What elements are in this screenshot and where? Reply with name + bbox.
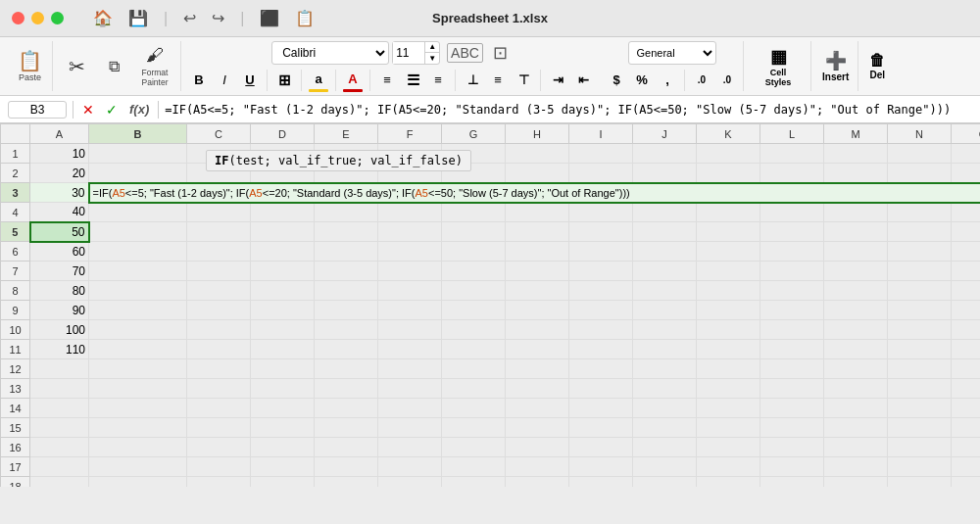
merge-cells-button[interactable]: ⊡ <box>490 42 511 64</box>
cell-styles-button[interactable]: ▦ Cell Styles <box>754 45 803 88</box>
fill-color-button[interactable]: a <box>307 69 330 92</box>
col-header-o[interactable]: O <box>952 124 981 144</box>
sheet-scroll-container[interactable]: A B C D E F G H I J K L M N O <box>0 123 980 487</box>
borders-button[interactable]: ⊞ <box>272 69 296 92</box>
font-size-input[interactable] <box>393 42 424 64</box>
close-button[interactable] <box>12 12 24 24</box>
cell-j2[interactable] <box>633 164 697 183</box>
cell-f4[interactable] <box>378 203 442 222</box>
cell-c5[interactable] <box>187 222 251 242</box>
underline-button[interactable]: U <box>238 69 262 92</box>
font-color-button[interactable]: A <box>341 69 365 92</box>
cell-b1[interactable] <box>89 144 187 164</box>
cell-d5[interactable] <box>251 222 315 242</box>
maximize-button[interactable] <box>51 12 64 24</box>
col-header-n[interactable]: N <box>888 124 952 144</box>
cell-o2[interactable] <box>952 164 981 183</box>
cell-n4[interactable] <box>888 203 952 222</box>
cancel-formula-button[interactable]: ✕ <box>79 101 97 119</box>
formula-input[interactable] <box>165 103 972 117</box>
align-left-button[interactable]: ≡ <box>375 69 399 92</box>
cell-o4[interactable] <box>952 203 981 222</box>
cell-h5[interactable] <box>506 222 569 242</box>
outdent-button[interactable]: ⇤ <box>571 69 595 92</box>
font-name-select[interactable]: Calibri <box>271 41 389 65</box>
cell-a6[interactable]: 60 <box>30 242 89 262</box>
currency-button[interactable]: $ <box>605 69 628 92</box>
cell-l4[interactable] <box>760 203 824 222</box>
col-header-c[interactable]: C <box>187 124 251 144</box>
redo-icon[interactable]: ↪ <box>212 9 224 27</box>
clipboard-icon[interactable]: 📋 <box>295 9 315 27</box>
cell-m2[interactable] <box>824 164 888 183</box>
cell-n5[interactable] <box>888 222 952 242</box>
cell-b5[interactable] <box>89 222 187 242</box>
cell-l2[interactable] <box>760 164 824 183</box>
cell-h4[interactable] <box>506 203 569 222</box>
cell-a7[interactable]: 70 <box>30 262 89 281</box>
cell-reference-input[interactable] <box>8 101 67 119</box>
cell-e5[interactable] <box>315 222 378 242</box>
cell-l5[interactable] <box>760 222 824 242</box>
wrap-text-button[interactable]: ABC <box>443 43 487 63</box>
align-middle-button[interactable]: ≡ <box>486 69 510 92</box>
col-header-i[interactable]: I <box>569 124 633 144</box>
align-bottom-button[interactable]: ⊥ <box>461 69 484 92</box>
col-header-f[interactable]: F <box>378 124 442 144</box>
cell-i1[interactable] <box>569 144 633 164</box>
percent-button[interactable]: % <box>630 69 654 92</box>
cell-m4[interactable] <box>824 203 888 222</box>
cell-k5[interactable] <box>697 222 760 242</box>
cell-a9[interactable]: 90 <box>30 301 89 320</box>
col-header-g[interactable]: G <box>442 124 506 144</box>
cell-n1[interactable] <box>888 144 952 164</box>
cell-b3[interactable]: =IF(A5<=5; "Fast (1-2 days)"; IF(A5<=20;… <box>89 183 981 203</box>
minimize-button[interactable] <box>31 12 44 24</box>
cell-i4[interactable] <box>569 203 633 222</box>
cell-n2[interactable] <box>888 164 952 183</box>
bold-button[interactable]: B <box>187 69 211 92</box>
insert-button[interactable]: ➕ Insert <box>817 45 854 88</box>
align-top-button[interactable]: ⊤ <box>512 69 535 92</box>
font-size-down[interactable]: ▼ <box>425 53 439 64</box>
font-size-up[interactable]: ▲ <box>425 42 439 53</box>
delete-button[interactable]: 🗑 Del <box>864 45 890 88</box>
cell-o5[interactable] <box>952 222 981 242</box>
undo-icon[interactable]: ↩ <box>183 9 196 27</box>
cell-a1[interactable]: 10 <box>30 144 89 164</box>
col-header-m[interactable]: M <box>824 124 888 144</box>
col-header-d[interactable]: D <box>251 124 315 144</box>
cell-a8[interactable]: 80 <box>30 281 89 301</box>
print-icon[interactable]: ⬛ <box>260 9 279 27</box>
cell-b4[interactable] <box>89 203 187 222</box>
cell-k1[interactable] <box>697 144 760 164</box>
cell-a2[interactable]: 20 <box>30 164 89 183</box>
cell-g5[interactable] <box>442 222 506 242</box>
cell-c4[interactable] <box>187 203 251 222</box>
cell-a10[interactable]: 100 <box>30 320 89 340</box>
cell-a11[interactable]: 110 <box>30 340 89 359</box>
cell-j4[interactable] <box>633 203 697 222</box>
cell-a4[interactable]: 40 <box>30 203 89 222</box>
cell-k2[interactable] <box>697 164 760 183</box>
paste-button[interactable]: 📋 Paste <box>12 42 48 91</box>
copy-button[interactable]: ⧉ <box>96 42 131 91</box>
cell-i2[interactable] <box>569 164 633 183</box>
cell-d4[interactable] <box>251 203 315 222</box>
cell-h2[interactable] <box>506 164 569 183</box>
col-header-l[interactable]: L <box>760 124 824 144</box>
number-format-select[interactable]: General Number Currency Date <box>628 41 716 65</box>
cell-h1[interactable] <box>506 144 569 164</box>
cell-a3[interactable]: 30 <box>30 183 89 203</box>
cell-m1[interactable] <box>824 144 888 164</box>
cell-f5[interactable] <box>378 222 442 242</box>
confirm-formula-button[interactable]: ✓ <box>103 101 121 119</box>
cell-g4[interactable] <box>442 203 506 222</box>
cell-o1[interactable] <box>952 144 981 164</box>
cell-e4[interactable] <box>315 203 378 222</box>
decimal-less-button[interactable]: .0 <box>715 69 739 92</box>
cell-l1[interactable] <box>760 144 824 164</box>
home-icon[interactable]: 🏠 <box>93 9 113 27</box>
cell-a5[interactable]: 50 <box>30 222 89 242</box>
format-painter-button[interactable]: 🖌 Format Painter <box>133 42 176 91</box>
